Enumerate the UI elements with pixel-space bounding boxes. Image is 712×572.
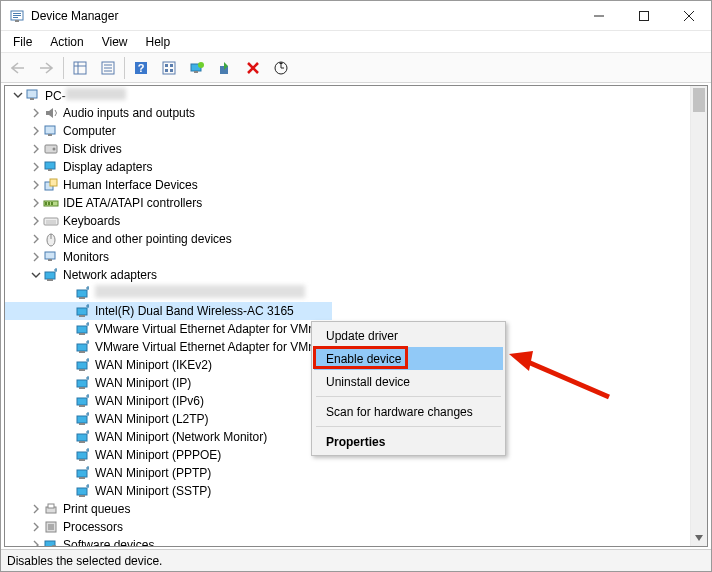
cpu-icon xyxy=(43,519,59,535)
tree-category[interactable]: Human Interface Devices xyxy=(5,176,689,194)
context-menu-item[interactable]: Properties xyxy=(314,430,503,453)
expand-icon[interactable] xyxy=(29,144,43,154)
device-label: WAN Miniport (PPTP) xyxy=(95,466,211,480)
update-driver-button[interactable] xyxy=(185,56,209,80)
expand-icon[interactable] xyxy=(29,252,43,262)
scroll-down-icon[interactable] xyxy=(691,529,707,546)
tree-category[interactable]: Print queues xyxy=(5,500,689,518)
minimize-button[interactable] xyxy=(576,1,621,30)
keyboard-icon xyxy=(43,213,59,229)
tree-category[interactable]: Computer xyxy=(5,122,689,140)
tree-root[interactable]: PC- xyxy=(5,86,689,104)
tree-category[interactable]: Software devices xyxy=(5,536,689,546)
svg-rect-3 xyxy=(13,17,18,18)
svg-rect-68 xyxy=(79,351,85,353)
monitor-icon xyxy=(43,249,59,265)
svg-rect-104 xyxy=(48,504,54,508)
tree-area: PC-Audio inputs and outputsComputerDisk … xyxy=(1,84,711,547)
tree-category[interactable]: Display adapters xyxy=(5,158,689,176)
svg-rect-31 xyxy=(30,98,34,100)
expand-icon[interactable] xyxy=(29,198,43,208)
svg-rect-59 xyxy=(77,308,87,315)
tree-category[interactable]: Disk drives xyxy=(5,140,689,158)
collapse-icon[interactable] xyxy=(11,90,25,100)
tree-category[interactable]: Network adapters xyxy=(5,266,689,284)
menu-view[interactable]: View xyxy=(98,33,132,51)
device-label: WAN Miniport (IPv6) xyxy=(95,394,204,408)
device-label: Intel(R) Dual Band Wireless-AC 3165 xyxy=(95,304,294,318)
menu-file[interactable]: File xyxy=(9,33,36,51)
audio-icon xyxy=(43,105,59,121)
svg-rect-63 xyxy=(77,326,87,333)
category-label: Network adapters xyxy=(63,268,157,282)
action-button[interactable] xyxy=(157,56,181,80)
soft-icon xyxy=(43,537,59,546)
svg-rect-37 xyxy=(48,169,52,171)
svg-point-25 xyxy=(198,62,204,68)
context-menu-item[interactable]: Scan for hardware changes xyxy=(314,400,503,423)
svg-rect-41 xyxy=(45,202,47,205)
enable-device-button[interactable] xyxy=(213,56,237,80)
net-icon xyxy=(75,303,91,319)
svg-rect-55 xyxy=(77,290,87,297)
svg-rect-36 xyxy=(45,162,55,169)
net-icon xyxy=(75,429,91,445)
close-button[interactable] xyxy=(666,1,711,30)
menu-separator xyxy=(316,426,501,427)
svg-rect-95 xyxy=(77,470,87,477)
toolbar: ? xyxy=(1,53,711,83)
tree-device[interactable]: WAN Miniport (PPTP) xyxy=(5,464,689,482)
svg-rect-79 xyxy=(77,398,87,405)
show-hide-tree-button[interactable] xyxy=(68,56,92,80)
tree-device[interactable]: WAN Miniport (SSTP) xyxy=(5,482,689,500)
expand-icon[interactable] xyxy=(29,216,43,226)
status-text: Disables the selected device. xyxy=(7,554,162,568)
category-label: Display adapters xyxy=(63,160,152,174)
expand-icon[interactable] xyxy=(29,162,43,172)
svg-point-35 xyxy=(53,148,56,151)
expand-icon[interactable] xyxy=(29,540,43,546)
maximize-button[interactable] xyxy=(621,1,666,30)
scroll-thumb[interactable] xyxy=(693,88,705,112)
tree-category[interactable]: Audio inputs and outputs xyxy=(5,104,689,122)
uninstall-button[interactable] xyxy=(241,56,265,80)
expand-icon[interactable] xyxy=(29,234,43,244)
context-menu-label: Uninstall device xyxy=(326,375,410,389)
back-button[interactable] xyxy=(7,56,31,80)
forward-button[interactable] xyxy=(35,56,59,80)
svg-rect-2 xyxy=(13,15,21,16)
tree-category[interactable]: Processors xyxy=(5,518,689,536)
context-menu-item[interactable]: Update driver xyxy=(314,324,503,347)
expand-icon[interactable] xyxy=(29,180,43,190)
expand-icon[interactable] xyxy=(29,126,43,136)
svg-rect-50 xyxy=(48,259,52,261)
vertical-scrollbar[interactable] xyxy=(690,86,707,546)
tree-category[interactable]: IDE ATA/ATAPI controllers xyxy=(5,194,689,212)
context-menu-item[interactable]: Uninstall device xyxy=(314,370,503,393)
device-manager-window: Device Manager File Action View Help ? P… xyxy=(0,0,712,572)
svg-rect-24 xyxy=(194,71,198,73)
svg-rect-91 xyxy=(77,452,87,459)
tree-category[interactable]: Mice and other pointing devices xyxy=(5,230,689,248)
tree-device[interactable]: Intel(R) Dual Band Wireless-AC 3165 xyxy=(5,302,332,320)
svg-rect-1 xyxy=(13,13,21,14)
menu-action[interactable]: Action xyxy=(46,33,87,51)
menu-help[interactable]: Help xyxy=(142,33,175,51)
collapse-icon[interactable] xyxy=(29,270,43,280)
scan-hardware-button[interactable] xyxy=(269,56,293,80)
tree-category[interactable]: Keyboards xyxy=(5,212,689,230)
tree-category[interactable]: Monitors xyxy=(5,248,689,266)
svg-rect-22 xyxy=(170,69,173,72)
properties-button[interactable] xyxy=(96,56,120,80)
tree-device[interactable] xyxy=(5,284,689,302)
svg-rect-84 xyxy=(79,423,85,425)
net-icon xyxy=(43,267,59,283)
expand-icon[interactable] xyxy=(29,504,43,514)
context-menu-item[interactable]: Enable device xyxy=(314,347,503,370)
device-label: WAN Miniport (L2TP) xyxy=(95,412,209,426)
expand-icon[interactable] xyxy=(29,522,43,532)
svg-rect-33 xyxy=(48,134,52,136)
svg-rect-39 xyxy=(50,179,57,186)
help-button[interactable]: ? xyxy=(129,56,153,80)
expand-icon[interactable] xyxy=(29,108,43,118)
